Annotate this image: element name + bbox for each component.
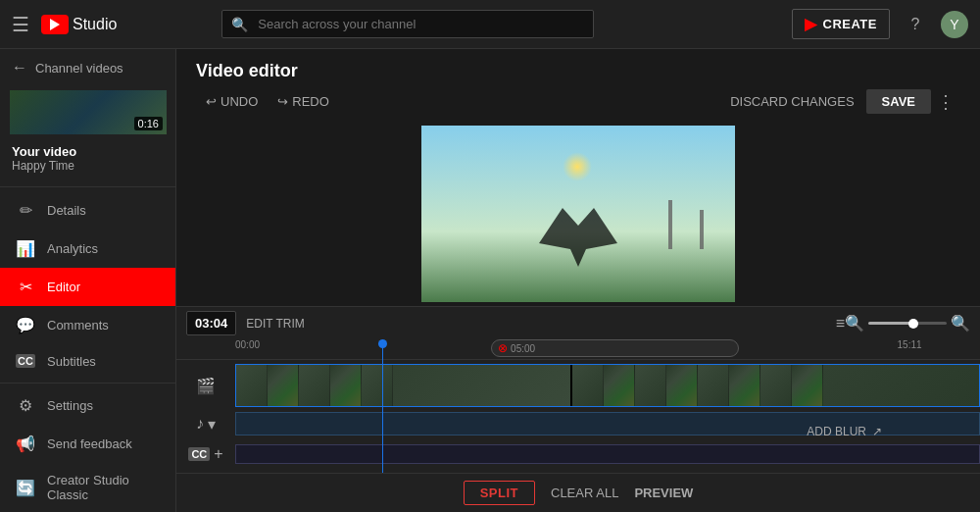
frame-13 — [792, 365, 823, 406]
undo-icon: ↩ — [206, 94, 217, 109]
studio-label: Studio — [73, 16, 117, 33]
add-track-icon[interactable]: + — [214, 445, 222, 463]
sidebar-item-details[interactable]: ✏ Details — [0, 191, 175, 230]
menu-icon[interactable]: ☰ — [12, 13, 29, 36]
video-track-content[interactable] — [235, 364, 980, 407]
timeline-area: 00:00 ⊗ 05:00 10:00 15:11 🎬 — [176, 339, 980, 473]
windmill1-decoration — [668, 200, 672, 249]
sun-decoration — [563, 152, 592, 181]
more-options-icon[interactable]: ⋮ — [931, 91, 960, 113]
classic-icon: 🔄 — [16, 479, 35, 497]
create-icon: ▶ — [805, 15, 817, 33]
details-icon: ✏ — [16, 201, 35, 220]
details-label: Details — [47, 203, 86, 218]
undo-label: UNDO — [220, 94, 258, 109]
subtitles-label: Subtitles — [47, 354, 96, 369]
search-bar: 🔍 — [221, 10, 594, 38]
edit-trim-button[interactable]: EDIT TRIM — [236, 313, 315, 334]
subtitles-icon: CC — [16, 354, 35, 368]
timeline-menu-icon[interactable]: ≡ — [836, 315, 845, 333]
editor-title: Video editor — [196, 61, 960, 81]
audio-track-icon[interactable]: ♪ — [196, 415, 204, 433]
video-subtitle: Happy Time — [12, 159, 164, 173]
subtitle-track-icon[interactable]: CC — [188, 447, 210, 461]
frame-8 — [635, 365, 666, 406]
create-button[interactable]: ▶ CREATE — [792, 9, 890, 39]
discard-button[interactable]: DISCARD CHANGES — [718, 89, 865, 114]
redo-label: REDO — [292, 94, 329, 109]
split-button[interactable]: SPLIT — [464, 481, 535, 505]
video-duration: 0:16 — [134, 117, 163, 130]
frame-10 — [698, 365, 729, 406]
nav-right: ▶ CREATE ? Y — [792, 9, 968, 39]
subtitle-strip — [235, 444, 980, 464]
frame-5 — [362, 365, 393, 406]
youtube-logo — [41, 15, 69, 34]
frame-2 — [268, 365, 299, 406]
sidebar-item-analytics[interactable]: 📊 Analytics — [0, 230, 175, 268]
video-track-controls: 🎬 — [176, 377, 235, 395]
feedback-icon: 📢 — [16, 435, 35, 453]
frame-3 — [299, 365, 330, 406]
audio-expand-icon[interactable]: ▾ — [208, 415, 216, 434]
ruler-marks: 00:00 ⊗ 05:00 10:00 15:11 — [235, 339, 980, 357]
ruler-mark-3: 15:11 — [898, 339, 980, 357]
timeline-ruler: 00:00 ⊗ 05:00 10:00 15:11 — [176, 339, 980, 360]
sidebar-divider-2 — [0, 383, 175, 384]
add-blur-icon: ↗ — [872, 425, 882, 438]
main-content: Video editor ↩ UNDO ↪ REDO DISCARD CHANG… — [176, 49, 980, 512]
logo-area: Studio — [41, 15, 117, 34]
strip-segment-1 — [236, 365, 570, 406]
create-label: CREATE — [823, 17, 877, 31]
frame-12 — [760, 365, 792, 406]
analytics-icon: 📊 — [16, 239, 35, 258]
video-strip — [235, 364, 980, 407]
silhouette-decoration — [539, 208, 617, 267]
timeline-controls: 03:04 EDIT TRIM ≡ 🔍 🔍 — [176, 306, 980, 339]
channel-videos-link[interactable]: ← Channel videos — [0, 49, 175, 86]
video-preview — [421, 126, 735, 302]
zoom-out-button[interactable]: 🔍 — [845, 314, 864, 333]
sidebar: ← Channel videos 0:16 Your video Happy T… — [0, 49, 176, 512]
video-info: Your video Happy Time — [0, 138, 175, 182]
comments-label: Comments — [47, 318, 109, 333]
clear-all-button[interactable]: CLEAR ALL — [551, 486, 618, 500]
video-track-icon[interactable]: 🎬 — [196, 377, 216, 395]
ruler-mark-0: 00:00 — [235, 339, 442, 357]
editor-icon: ✂ — [16, 278, 35, 296]
sidebar-item-classic[interactable]: 🔄 Creator Studio Classic — [0, 463, 175, 512]
zoom-in-button[interactable]: 🔍 — [951, 314, 970, 333]
save-button[interactable]: SAVE — [866, 89, 931, 114]
redo-icon: ↪ — [277, 94, 288, 109]
feedback-label: Send feedback — [47, 436, 132, 451]
add-blur-area[interactable]: ADD BLUR ↗ — [807, 425, 882, 438]
strip-segment-2 — [572, 365, 979, 406]
redo-button[interactable]: ↪ REDO — [268, 90, 339, 113]
timecode-display: 03:04 — [186, 311, 236, 335]
video-thumbnail[interactable]: 0:16 — [10, 90, 167, 134]
undo-button[interactable]: ↩ UNDO — [196, 90, 268, 113]
classic-label: Creator Studio Classic — [47, 473, 160, 502]
help-icon[interactable]: ? — [902, 11, 929, 38]
subtitle-track-content[interactable] — [235, 444, 980, 464]
zoom-controls: 🔍 🔍 — [845, 314, 970, 333]
sidebar-item-editor[interactable]: ✂ Editor — [0, 268, 175, 306]
frame-9 — [666, 365, 698, 406]
sidebar-item-settings[interactable]: ⚙ Settings — [0, 386, 175, 425]
timeline-tracks: 🎬 — [176, 360, 980, 473]
search-input[interactable] — [221, 10, 594, 38]
sidebar-item-feedback[interactable]: 📢 Send feedback — [0, 425, 175, 463]
preview-button[interactable]: PREVIEW — [634, 486, 693, 500]
zoom-slider[interactable] — [868, 322, 947, 325]
ruler-mark-1: ⊗ 05:00 — [491, 339, 739, 357]
sidebar-item-comments[interactable]: 💬 Comments — [0, 306, 175, 344]
sidebar-item-subtitles[interactable]: CC Subtitles — [0, 344, 175, 379]
avatar[interactable]: Y — [941, 11, 968, 38]
editor-header: Video editor ↩ UNDO ↪ REDO DISCARD CHANG… — [176, 49, 980, 122]
editor-label: Editor — [47, 280, 80, 294]
analytics-label: Analytics — [47, 241, 98, 256]
playhead — [382, 339, 383, 473]
preview-scene — [421, 126, 735, 302]
frame-7 — [604, 365, 635, 406]
search-icon: 🔍 — [231, 17, 248, 32]
